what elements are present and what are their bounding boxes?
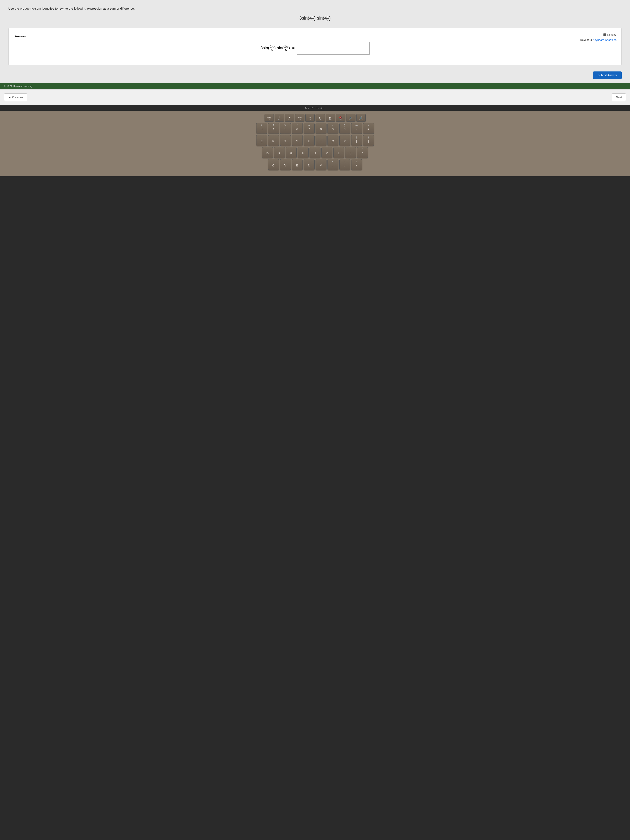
key-semicolon[interactable]: : ;	[345, 147, 356, 158]
key-r[interactable]: R	[268, 135, 279, 146]
key-t[interactable]: T	[280, 135, 291, 146]
copyright-text: © 2021 Hawkes Learning	[4, 85, 32, 88]
zxcv-row: C V B N M < , > . ? /	[268, 159, 362, 170]
svg-rect-7	[604, 35, 605, 36]
svg-rect-1	[604, 33, 605, 33]
key-j[interactable]: J	[309, 147, 321, 158]
key-v[interactable]: V	[280, 159, 291, 170]
question-text: Use the product-to-sum identities to rew…	[8, 6, 622, 11]
answer-label: Answer	[15, 35, 615, 38]
key-g[interactable]: G	[286, 147, 297, 158]
key-8[interactable]: * 8	[316, 123, 327, 134]
key-rbracket[interactable]: } ]	[363, 135, 374, 146]
keypad-button[interactable]: Keypad	[602, 32, 617, 37]
key-equals[interactable]: + =	[363, 123, 374, 134]
key-7[interactable]: & 7	[304, 123, 314, 134]
key-3[interactable]: # 3	[256, 123, 267, 134]
key-k[interactable]: K	[322, 147, 332, 158]
key-f8[interactable]: ⏯ F8	[316, 114, 325, 122]
svg-rect-2	[605, 33, 606, 33]
key-d[interactable]: D	[262, 147, 273, 158]
number-row: # 3 $ 4 % 5 ^ 6 & 7 * 8 ( 9 ) 0	[256, 123, 374, 134]
key-i[interactable]: I	[316, 135, 327, 146]
answer-section: Answer	[8, 28, 622, 65]
macbook-label: MacBook Air	[0, 105, 630, 111]
key-f6[interactable]: ☀☀ F6	[295, 114, 305, 122]
content-area: Use the product-to-sum identities to rew…	[0, 0, 630, 83]
key-f12[interactable]: 🔊 F12	[357, 114, 366, 122]
fn-row: ⊟⊟ F3 ⠿ F4 ☀ F5 ☀☀ F6 ⏮ F7 ⏯ F8 ⏭ F9 🔇	[265, 114, 366, 122]
key-n[interactable]: N	[304, 159, 314, 170]
key-6[interactable]: ^ 6	[292, 123, 303, 134]
key-o[interactable]: O	[327, 135, 338, 146]
key-9[interactable]: ( 9	[327, 123, 338, 134]
keypad-shortcuts: Keypad Keyboard NextKeyboard Shortcuts	[579, 32, 617, 42]
key-comma[interactable]: < ,	[327, 159, 338, 170]
kb-shortcuts-label: Keyboard Shortcuts	[593, 38, 616, 41]
keyboard-shortcuts-button[interactable]: Keyboard NextKeyboard Shortcuts	[579, 38, 617, 42]
keyboard-container: ⊟⊟ F3 ⠿ F4 ☀ F5 ☀☀ F6 ⏮ F7 ⏯ F8 ⏭ F9 🔇	[0, 111, 630, 176]
key-c[interactable]: C	[268, 159, 279, 170]
asdf-row: D F G H J K L : ; " '	[262, 147, 368, 158]
equation-lhs: 3sin(2π5) sin(2π5) =	[261, 45, 295, 52]
svg-rect-0	[603, 33, 603, 33]
svg-rect-5	[605, 34, 606, 35]
key-f5[interactable]: ☀ F5	[285, 114, 294, 122]
key-f9[interactable]: ⏭ F9	[326, 114, 335, 122]
svg-rect-3	[603, 34, 603, 35]
equation-answer-row: 3sin(2π5) sin(2π5) =	[15, 42, 615, 55]
key-dash[interactable]: — -	[351, 123, 362, 134]
key-f7[interactable]: ⏮ F7	[305, 114, 314, 122]
submit-row: Submit Answer	[8, 69, 622, 83]
key-slash[interactable]: ? /	[351, 159, 362, 170]
submit-button[interactable]: Submit Answer	[593, 71, 622, 79]
qwerty-row: E R T Y U I O P { [ } ]	[256, 135, 374, 146]
answer-input-box[interactable]	[297, 42, 369, 55]
key-p[interactable]: P	[339, 135, 350, 146]
expression-display: 3sin(2π5) sin(2π5)	[8, 15, 622, 22]
keypad-icon	[603, 33, 606, 37]
key-b[interactable]: B	[292, 159, 303, 170]
key-u[interactable]: U	[304, 135, 314, 146]
key-e[interactable]: E	[256, 135, 267, 146]
key-h[interactable]: H	[298, 147, 308, 158]
key-f[interactable]: F	[274, 147, 285, 158]
key-y[interactable]: Y	[292, 135, 303, 146]
screen: Use the product-to-sum identities to rew…	[0, 0, 630, 105]
svg-rect-8	[605, 35, 606, 36]
expression-math: 3sin(2π5) sin(2π5)	[299, 15, 331, 22]
keypad-label: Keypad	[607, 33, 616, 36]
previous-button[interactable]: ◄ Previous	[4, 93, 27, 101]
key-lbracket[interactable]: { [	[351, 135, 362, 146]
footer-bar: © 2021 Hawkes Learning	[0, 83, 630, 89]
key-0[interactable]: ) 0	[339, 123, 350, 134]
keyboard-text: Keyboard	[580, 38, 593, 41]
key-f11[interactable]: 🔉 F11	[346, 114, 355, 122]
key-f10[interactable]: 🔇 F10	[336, 114, 345, 122]
key-5[interactable]: % 5	[280, 123, 291, 134]
key-f3[interactable]: ⊟⊟ F3	[265, 114, 274, 122]
svg-rect-4	[604, 34, 605, 35]
nav-row: ◄ Previous Next	[0, 89, 630, 105]
key-l[interactable]: L	[333, 147, 344, 158]
key-f4[interactable]: ⠿ F4	[275, 114, 284, 122]
key-quote[interactable]: " '	[357, 147, 368, 158]
svg-rect-6	[603, 35, 603, 36]
key-m[interactable]: M	[316, 159, 327, 170]
key-4[interactable]: $ 4	[268, 123, 279, 134]
key-period[interactable]: > .	[339, 159, 350, 170]
next-button[interactable]: Next	[612, 93, 626, 101]
